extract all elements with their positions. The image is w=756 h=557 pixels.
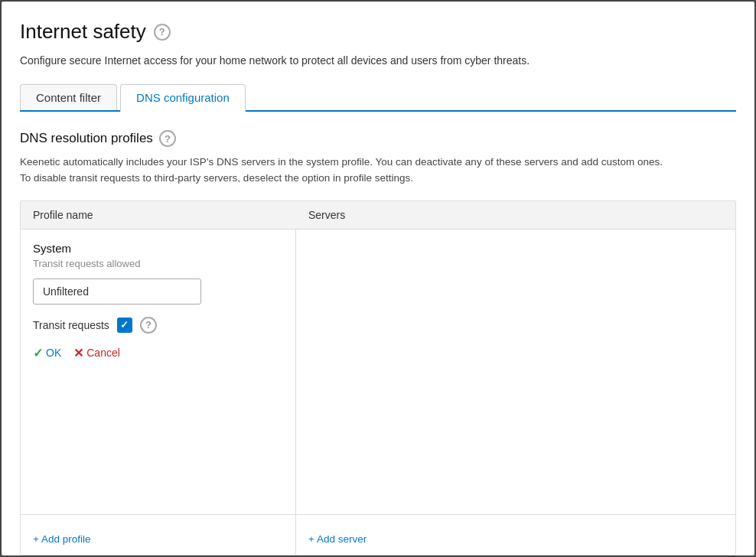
section-title-row: DNS resolution profiles ?	[20, 130, 736, 147]
add-profile-link[interactable]: + Add profile	[33, 524, 90, 545]
page-subtitle: Configure secure Internet access for you…	[20, 53, 736, 69]
transit-status: Transit requests allowed	[33, 258, 283, 269]
profile-name-input[interactable]	[33, 278, 201, 305]
page-title-row: Internet safety ?	[20, 20, 736, 44]
add-server-link[interactable]: + Add server	[308, 524, 367, 545]
action-row: ✓ OK ✕ Cancel	[33, 346, 283, 360]
bottom-links: + Add profile + Add server	[21, 514, 735, 555]
section-title: DNS resolution profiles	[20, 131, 153, 146]
check-icon: ✓	[33, 346, 43, 360]
tab-content-filter[interactable]: Content filter	[20, 84, 117, 110]
col-header-profile: Profile name	[21, 209, 296, 221]
page-title: Internet safety	[20, 20, 146, 44]
ok-label: OK	[46, 347, 61, 359]
profile-name: System	[33, 242, 283, 255]
transit-label: Transit requests	[33, 319, 109, 331]
transit-help-icon[interactable]: ?	[140, 317, 157, 334]
profile-column: System Transit requests allowed Transit …	[21, 230, 296, 514]
transit-row: Transit requests ?	[33, 317, 283, 334]
servers-column	[296, 230, 735, 514]
cancel-label: Cancel	[86, 347, 120, 359]
transit-checkbox[interactable]	[117, 318, 132, 333]
table-header: Profile name Servers	[21, 201, 735, 230]
table-body: System Transit requests allowed Transit …	[21, 230, 735, 514]
tab-dns-configuration[interactable]: DNS configuration	[120, 84, 246, 112]
dns-table: Profile name Servers System Transit requ…	[20, 200, 736, 555]
cancel-button[interactable]: ✕ Cancel	[73, 346, 120, 360]
section-help-icon[interactable]: ?	[159, 130, 176, 147]
bottom-profile-col: + Add profile	[21, 515, 296, 555]
col-header-servers: Servers	[296, 209, 735, 221]
page-help-icon[interactable]: ?	[154, 24, 171, 41]
bottom-server-col: + Add server	[296, 515, 735, 555]
tab-bar: Content filter DNS configuration	[20, 84, 736, 112]
section-description: Keenetic automatically includes your ISP…	[20, 155, 736, 187]
ok-button[interactable]: ✓ OK	[33, 346, 61, 360]
x-icon: ✕	[73, 346, 83, 360]
main-window: Internet safety ? Configure secure Inter…	[0, 0, 756, 557]
